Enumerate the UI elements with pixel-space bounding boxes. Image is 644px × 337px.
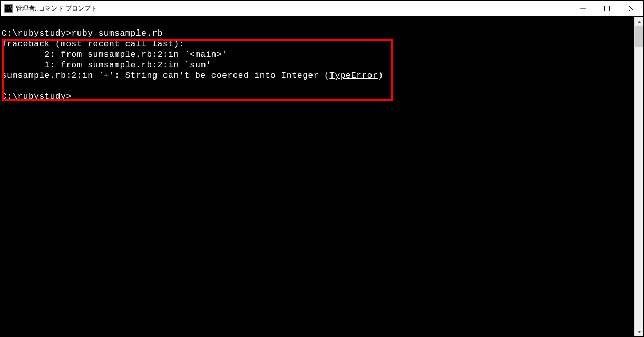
scrollbar-thumb[interactable] bbox=[635, 26, 643, 47]
scroll-down-button[interactable] bbox=[635, 328, 643, 336]
client-area: C:\rubystudy>ruby sumsample.rb Traceback… bbox=[1, 17, 643, 336]
terminal-line bbox=[1, 81, 634, 92]
terminal-line-error: sumsample.rb:2:in `+': String can't be c… bbox=[1, 71, 634, 81]
terminal-line-traceback: 1: from sumsample.rb:2:in `sum' bbox=[1, 60, 634, 71]
titlebar[interactable]: C:\ 管理者: コマンド プロンプト bbox=[1, 1, 643, 17]
cmd-icon: C:\ bbox=[4, 4, 13, 13]
error-text-pre: sumsample.rb:2:in `+': String can't be c… bbox=[2, 71, 329, 81]
scrollbar-track[interactable] bbox=[635, 26, 643, 328]
maximize-button[interactable] bbox=[595, 1, 619, 16]
window-title: 管理者: コマンド プロンプト bbox=[16, 4, 97, 13]
error-type: TypeError bbox=[329, 71, 378, 81]
close-button[interactable] bbox=[619, 1, 643, 16]
terminal-line-prompt: C:\rubystudy> bbox=[1, 92, 634, 102]
svg-marker-4 bbox=[638, 21, 641, 23]
scroll-up-button[interactable] bbox=[635, 17, 643, 26]
terminal-line-command: C:\rubystudy>ruby sumsample.rb bbox=[1, 28, 634, 39]
terminal-output[interactable]: C:\rubystudy>ruby sumsample.rb Traceback… bbox=[1, 17, 634, 336]
svg-rect-1 bbox=[605, 6, 610, 11]
error-text-post: ) bbox=[378, 71, 383, 81]
window-controls bbox=[571, 1, 643, 16]
terminal-line-traceback: 2: from sumsample.rb:2:in `<main>' bbox=[1, 49, 634, 60]
vertical-scrollbar[interactable] bbox=[634, 17, 643, 336]
terminal-line bbox=[1, 18, 634, 28]
svg-marker-5 bbox=[638, 331, 641, 333]
terminal-line-traceback-header: Traceback (most recent call last): bbox=[1, 39, 634, 49]
command-prompt-window: C:\ 管理者: コマンド プロンプト C:\rubystudy>ruby su… bbox=[0, 0, 644, 337]
minimize-button[interactable] bbox=[571, 1, 595, 16]
cmd-icon-glyph: C:\ bbox=[5, 6, 11, 11]
